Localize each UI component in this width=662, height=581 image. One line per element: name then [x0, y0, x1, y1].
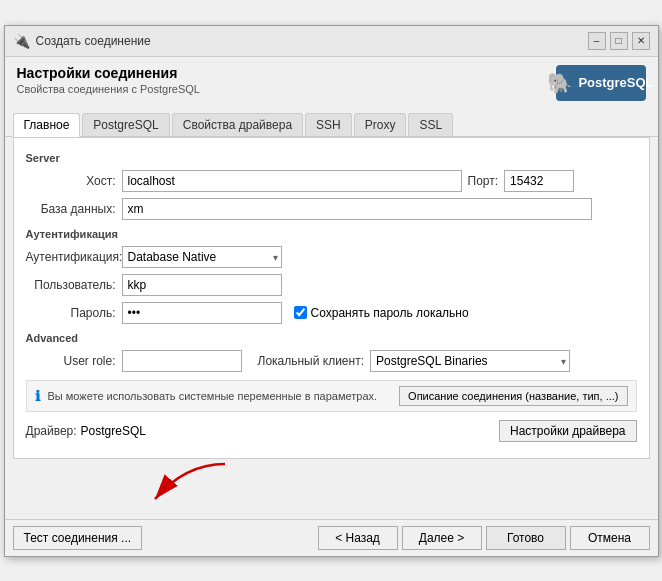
driver-label: Драйвер: [26, 424, 77, 438]
tab-driver-props[interactable]: Свойства драйвера [172, 113, 303, 136]
auth-type-label: Аутентификация: [26, 250, 116, 264]
local-client-select[interactable]: PostgreSQL Binaries Native Other [370, 350, 570, 372]
auth-section-label: Аутентификация [26, 228, 637, 240]
auth-select-wrap: Database Native LDAP Kerberos [122, 246, 282, 268]
save-pass-label: Сохранять пароль локально [311, 306, 469, 320]
user-label: Пользователь: [26, 278, 116, 292]
tab-bar: Главное PostgreSQL Свойства драйвера SSH… [5, 109, 658, 137]
database-row: База данных: [26, 198, 637, 220]
auth-select[interactable]: Database Native LDAP Kerberos [122, 246, 282, 268]
driver-row: Драйвер: PostgreSQL Настройки драйвера [26, 416, 637, 446]
next-button[interactable]: Далее > [402, 526, 482, 550]
logo-text: PostgreSQL [578, 75, 653, 90]
port-label: Порт: [468, 174, 499, 188]
host-row: Хост: Порт: [26, 170, 637, 192]
window-icon: 🔌 [13, 33, 30, 49]
pass-row: Пароль: Сохранять пароль локально [26, 302, 637, 324]
server-section-label: Server [26, 152, 637, 164]
db-label: База данных: [26, 202, 116, 216]
db-input[interactable] [122, 198, 592, 220]
info-icon: ℹ [35, 388, 40, 404]
elephant-icon: 🐘 [547, 71, 572, 95]
window-title: Создать соединение [36, 34, 588, 48]
postgres-logo: 🐘 PostgreSQL [556, 65, 646, 101]
port-input[interactable] [504, 170, 574, 192]
tab-ssl[interactable]: SSL [408, 113, 453, 136]
window-controls: – □ ✕ [588, 32, 650, 50]
back-button[interactable]: < Назад [318, 526, 398, 550]
bottom-bar: Тест соединения ... < Назад Далее > Гото… [5, 519, 658, 556]
header-title: Настройки соединения [17, 65, 556, 81]
main-window: 🔌 Создать соединение – □ ✕ Настройки сое… [4, 25, 659, 557]
info-text: Вы можете использовать системные перемен… [48, 390, 378, 402]
close-button[interactable]: ✕ [632, 32, 650, 50]
auth-type-row: Аутентификация: Database Native LDAP Ker… [26, 246, 637, 268]
local-client-wrap: PostgreSQL Binaries Native Other [370, 350, 570, 372]
role-label: User role: [26, 354, 116, 368]
tab-ssh[interactable]: SSH [305, 113, 352, 136]
host-input[interactable] [122, 170, 462, 192]
header-area: Настройки соединения Свойства соединения… [5, 57, 658, 109]
save-pass-row: Сохранять пароль локально [294, 306, 469, 320]
connection-description-button[interactable]: Описание соединения (название, тип, ...) [399, 386, 627, 406]
advanced-section-label: Advanced [26, 332, 637, 344]
save-pass-checkbox[interactable] [294, 306, 307, 319]
arrow-decoration [65, 459, 265, 519]
pass-label: Пароль: [26, 306, 116, 320]
tab-main[interactable]: Главное [13, 113, 81, 137]
user-input[interactable] [122, 274, 282, 296]
minimize-button[interactable]: – [588, 32, 606, 50]
test-connection-button[interactable]: Тест соединения ... [13, 526, 143, 550]
pass-input[interactable] [122, 302, 282, 324]
user-row: Пользователь: [26, 274, 637, 296]
title-bar: 🔌 Создать соединение – □ ✕ [5, 26, 658, 57]
info-bar: ℹ Вы можете использовать системные перем… [26, 380, 637, 412]
cancel-button[interactable]: Отмена [570, 526, 650, 550]
tab-proxy[interactable]: Proxy [354, 113, 407, 136]
role-input[interactable] [122, 350, 242, 372]
host-label: Хост: [26, 174, 116, 188]
tab-postgresql[interactable]: PostgreSQL [82, 113, 169, 136]
arrow-area [5, 459, 658, 519]
advanced-row: User role: Локальный клиент: PostgreSQL … [26, 350, 637, 372]
maximize-button[interactable]: □ [610, 32, 628, 50]
driver-value: PostgreSQL [81, 424, 146, 438]
finish-button[interactable]: Готово [486, 526, 566, 550]
header-subtitle: Свойства соединения с PostgreSQL [17, 83, 556, 95]
local-client-label: Локальный клиент: [258, 354, 365, 368]
driver-settings-button[interactable]: Настройки драйвера [499, 420, 637, 442]
header-text: Настройки соединения Свойства соединения… [17, 65, 556, 101]
content-area: Server Хост: Порт: База данных: Аутентиф… [13, 137, 650, 459]
